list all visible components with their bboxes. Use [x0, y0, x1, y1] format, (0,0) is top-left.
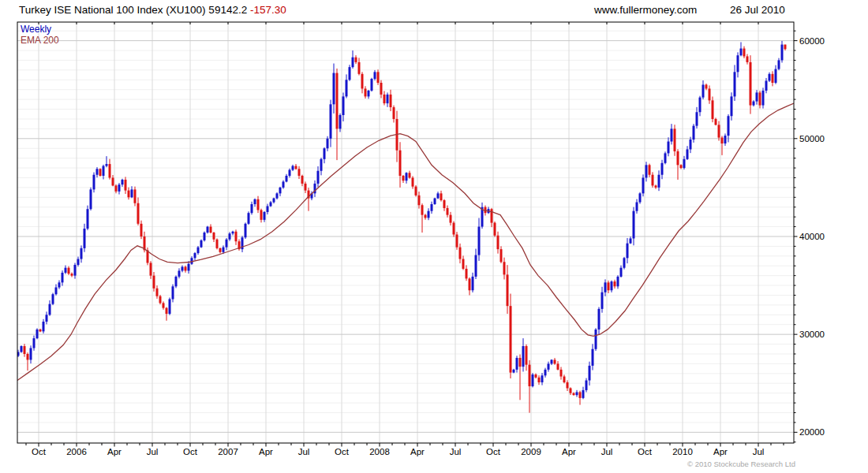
chart-legend: Weekly EMA 200 — [21, 24, 59, 46]
candle-body — [207, 227, 209, 233]
candle-body — [582, 390, 585, 398]
candle-body — [478, 227, 481, 255]
candle-body — [507, 274, 509, 306]
candle-body — [118, 184, 121, 192]
x-axis-label: Oct — [183, 447, 198, 456]
candle-body — [399, 151, 402, 176]
candle-body — [500, 249, 503, 262]
candle-body — [346, 80, 348, 96]
candle-body — [128, 191, 130, 198]
candle-body — [674, 128, 676, 151]
candle-body — [687, 149, 689, 158]
candle-body — [491, 209, 493, 222]
candle-body — [567, 382, 569, 388]
candle-body — [475, 255, 477, 277]
candle-body — [380, 83, 383, 95]
candle-body — [759, 92, 761, 105]
candle-body — [80, 248, 83, 259]
candle-body — [87, 209, 89, 229]
candle-body — [702, 84, 705, 97]
candle-body — [166, 308, 168, 314]
candle-body — [750, 62, 752, 106]
candle-body — [620, 268, 623, 277]
candle-body — [204, 233, 206, 240]
chart-window: Turkey ISE National 100 Index (XU100) 59… — [0, 0, 868, 473]
candle-body — [273, 199, 275, 203]
legend-ema-label: EMA 200 — [21, 35, 59, 46]
candle-body — [245, 224, 247, 237]
x-axis-label: 2007 — [218, 447, 238, 456]
candle-body — [374, 72, 376, 79]
candle-body — [49, 304, 51, 315]
candle-body — [279, 188, 282, 193]
candle-body — [30, 348, 32, 360]
candle-body — [137, 203, 140, 224]
candle-body — [301, 176, 304, 184]
candle-body — [453, 223, 455, 235]
x-axis-label: Apr — [410, 447, 425, 456]
candle-body — [775, 69, 777, 83]
candle-body — [122, 180, 124, 184]
candle-body — [46, 315, 48, 322]
x-axis-label: 2009 — [521, 447, 541, 456]
candle-body — [361, 74, 364, 89]
candle-body — [371, 79, 373, 91]
website-link[interactable]: www.fullermoney.com — [594, 4, 697, 16]
candle-body — [573, 393, 575, 395]
candle-body — [709, 88, 711, 100]
candle-body — [320, 159, 323, 171]
candle-body — [655, 185, 657, 187]
candle-body — [737, 55, 739, 72]
candle-body — [734, 72, 736, 96]
candle-body — [456, 234, 458, 247]
candle-body — [292, 166, 294, 170]
candle-body — [24, 346, 26, 354]
candle-body — [68, 268, 70, 274]
candle-body — [756, 92, 758, 101]
candle-body — [431, 204, 433, 211]
candle-body — [251, 204, 253, 213]
candle-body — [219, 248, 222, 252]
candle-body — [393, 107, 395, 119]
candle-body — [538, 378, 541, 382]
candle-body — [693, 126, 695, 140]
candle-body — [55, 288, 58, 295]
candle-body — [33, 338, 36, 348]
candle-body — [563, 377, 566, 382]
candle-body — [522, 346, 525, 367]
candle-body — [765, 81, 768, 91]
candle-body — [576, 392, 578, 395]
x-axis-label: Oct — [486, 447, 501, 456]
candle-body — [639, 193, 642, 202]
candle-body — [604, 282, 607, 292]
candle-body — [327, 139, 329, 148]
candle-body — [535, 374, 537, 378]
candle-body — [210, 227, 212, 233]
candle-body — [497, 236, 499, 249]
candle-body — [671, 128, 673, 141]
candle-body — [298, 169, 301, 176]
candle-body — [601, 292, 604, 309]
candle-body — [642, 177, 645, 193]
candle-body — [415, 187, 417, 196]
candle-body — [724, 136, 727, 143]
candle-body — [295, 166, 297, 169]
y-axis-label: 40000 — [799, 232, 825, 241]
candle-body — [387, 95, 389, 103]
candle-body — [62, 273, 64, 282]
candle-body — [74, 265, 77, 276]
candle-body — [551, 359, 553, 363]
candle-body — [188, 264, 190, 271]
candle-body — [516, 358, 518, 370]
candle-body — [125, 180, 127, 191]
candle-body — [175, 277, 178, 286]
candle-body — [349, 67, 351, 80]
x-axis-label: Apr — [713, 447, 728, 456]
candle-body — [421, 205, 424, 214]
candle-body — [586, 381, 588, 390]
instrument-name-and-price: Turkey ISE National 100 Index (XU100) 59… — [19, 4, 247, 16]
y-axis-label: 60000 — [799, 36, 825, 46]
candle-body — [336, 73, 339, 129]
candle-body — [260, 210, 263, 219]
y-axis-label: 30000 — [799, 330, 825, 339]
